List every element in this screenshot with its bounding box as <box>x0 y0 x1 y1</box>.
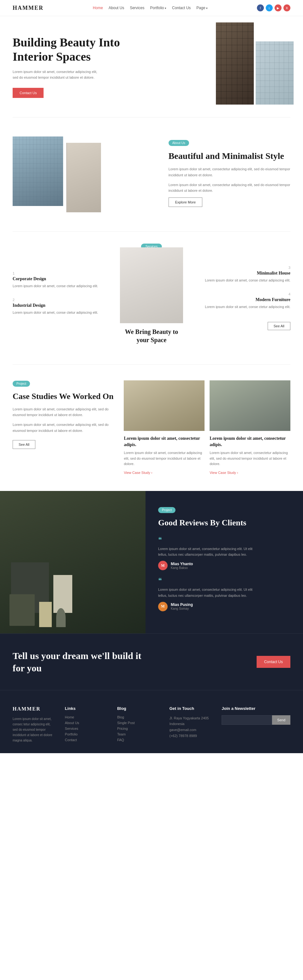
footer-links-heading: Links <box>65 706 108 711</box>
services-right-items: 3 Minimalist House Lorem ipsum dolor sit… <box>189 266 290 318</box>
view-case-study-2[interactable]: View Case Study <box>209 471 238 474</box>
review-item-2: ❝ Lorem ipsum dolor sit amet, consectetu… <box>158 577 290 611</box>
footer-link-portfolio[interactable]: Portfolio <box>65 732 108 736</box>
services-center: Services We Bring Beauty to your Space <box>120 247 183 348</box>
about-badge: About Us <box>168 140 189 146</box>
footer-blog-heading: Blog <box>117 706 160 711</box>
view-case-study-1[interactable]: View Case Study <box>124 471 152 474</box>
about-images <box>13 137 159 212</box>
building-dark-image <box>216 22 254 105</box>
project-card-2: Lorem ipsum dolor sit amet, consectetur … <box>209 380 290 475</box>
footer-col-newsletter: Join a Newsletter Send <box>222 706 290 744</box>
nav-portfolio[interactable]: Portfolio <box>150 6 167 10</box>
project-card-desc-1: Lorem ipsum dolor sit amet, consectetur … <box>124 450 205 467</box>
reviewer-role-2: Kang Somay <box>171 607 193 610</box>
about-text: About Us Beautiful and Minimalist Style … <box>168 137 290 207</box>
hero-title: Building Beauty Into Interior Spaces <box>13 35 120 64</box>
footer-link-blog[interactable]: Blog <box>117 715 160 719</box>
nav-page[interactable]: Page <box>196 6 208 10</box>
footer-link-pricing[interactable]: Pricing <box>117 727 160 730</box>
reviewer-avatar-1: M <box>158 561 168 570</box>
review-text-2: Lorem ipsum dolor sit amet, consectetur … <box>158 587 253 598</box>
hero-description: Lorem ipsum dolor sit amet, consectetur … <box>13 69 101 80</box>
footer-link-services[interactable]: Services <box>65 727 108 730</box>
project-card-1: Lorem ipsum dolor sit amet, consectetur … <box>124 380 205 475</box>
about-title: Beautiful and Minimalist Style <box>168 150 290 162</box>
social-youtube-icon[interactable]: ▶ <box>274 5 282 11</box>
projects-section: Project Case Studies We Worked On Lorem … <box>0 364 303 491</box>
about-section: About Us Beautiful and Minimalist Style … <box>0 118 303 231</box>
reviews-badge: Project <box>158 507 176 513</box>
nav-services[interactable]: Services <box>130 6 144 10</box>
reviewer-avatar-2: M <box>158 602 168 611</box>
cta-button[interactable]: Contact Us <box>257 656 290 668</box>
footer-col-contact: Get in Touch Jl. Raya Yogyakarta 2405 In… <box>170 706 213 744</box>
reviewer-role-1: Kang Bakso <box>171 566 193 570</box>
social-rss-icon[interactable]: R <box>284 5 290 11</box>
services-left: 1 Corporate Design Lorem ipsum dolor sit… <box>13 271 120 324</box>
see-all-button[interactable]: See All <box>268 322 290 330</box>
project-card-title-2: Lorem ipsum dolor sit amet, consectetur … <box>209 435 290 448</box>
footer-logo: HAMMER <box>13 706 56 712</box>
navbar-social: f t ▶ R <box>257 5 290 11</box>
footer-link-home[interactable]: Home <box>65 715 108 719</box>
footer-col-links: Links Home About Us Services Portfolio C… <box>65 706 108 744</box>
footer-link-team[interactable]: Team <box>117 732 160 736</box>
project-cards: Lorem ipsum dolor sit amet, consectetur … <box>124 380 290 475</box>
reviews-left-image <box>0 491 146 633</box>
footer-grid: HAMMER Lorem ipsum dolor sit amet, conse… <box>13 706 290 744</box>
building-light-image <box>255 41 293 105</box>
reviews-right: Project Good Reviews By Clients ❝ Lorem … <box>146 491 303 633</box>
projects-see-all-button[interactable]: See All <box>13 440 35 449</box>
reviewer-info-1: Mias Yhanto Kang Bakso <box>171 562 193 570</box>
service-num-4: 4 <box>205 292 290 296</box>
explore-more-button[interactable]: Explore More <box>168 197 202 207</box>
review-item-1: ❝ Lorem ipsum dolor sit amet, consectetu… <box>158 536 290 570</box>
review-quote-icon-1: ❝ <box>158 536 290 544</box>
reviewer-info-2: Mias Pusing Kang Somay <box>171 603 193 610</box>
social-facebook-icon[interactable]: f <box>257 5 264 11</box>
footer-link-about[interactable]: About Us <box>65 721 108 725</box>
service-num-2: 2 <box>13 298 114 302</box>
hero-image-dark <box>216 22 254 105</box>
service-item-furniture: 4 Modern Furniture Lorem ipsum dolor sit… <box>205 292 290 310</box>
projects-left: Project Case Studies We Worked On Lorem … <box>13 380 114 449</box>
hero-cta-button[interactable]: Contact Us <box>13 88 44 98</box>
newsletter-email-input[interactable] <box>222 715 272 725</box>
projects-right: Lorem ipsum dolor sit amet, consectetur … <box>124 380 290 475</box>
footer-link-single-post[interactable]: Single Post <box>117 721 160 725</box>
footer-link-contact[interactable]: Contact <box>65 738 108 742</box>
service-desc-corporate: Lorem ipsum dolor sit amet, conse ctetur… <box>13 283 114 289</box>
reviewer-2: M Mias Pusing Kang Somay <box>158 602 290 611</box>
projects-badge: Project <box>13 381 30 387</box>
navbar: HAMMER Home About Us Services Portfolio … <box>0 0 303 16</box>
navbar-links: Home About Us Services Portfolio Contact… <box>93 6 208 10</box>
service-item-corporate: 1 Corporate Design Lorem ipsum dolor sit… <box>13 271 114 289</box>
service-name-corporate: Corporate Design <box>13 277 114 282</box>
service-item-industrial: 2 Industrial Design Lorem ipsum dolor si… <box>13 298 114 316</box>
service-desc-industrial: Lorem ipsum dolor sit amet, conse ctetur… <box>13 310 114 316</box>
project-card-title-1: Lorem ipsum dolor sit amet, consectetur … <box>124 435 205 448</box>
social-twitter-icon[interactable]: t <box>266 5 273 11</box>
footer-col-blog: Blog Blog Single Post Pricing Team FAQ <box>117 706 160 744</box>
service-name-industrial: Industrial Design <box>13 303 114 308</box>
about-image-1 <box>13 137 63 206</box>
about-desc-2: Lorem ipsum dolor sit amet, consectetur … <box>168 182 290 194</box>
nav-home[interactable]: Home <box>93 6 103 10</box>
newsletter-send-button[interactable]: Send <box>272 715 290 725</box>
services-center-image <box>120 247 183 323</box>
reviewer-1: M Mias Yhanto Kang Bakso <box>158 561 290 570</box>
cta-title: Tell us your dream we'll build it for yo… <box>13 649 145 674</box>
see-all-container: See All <box>189 322 290 330</box>
nav-about[interactable]: About Us <box>109 6 124 10</box>
review-text-1: Lorem ipsum dolor sit amet, consectetur … <box>158 546 253 558</box>
services-section: 1 Corporate Design Lorem ipsum dolor sit… <box>0 232 303 364</box>
footer-newsletter-heading: Join a Newsletter <box>222 706 290 711</box>
reviews-title: Good Reviews By Clients <box>158 517 290 528</box>
nav-contact[interactable]: Contact Us <box>172 6 190 10</box>
service-item-minimalist: 3 Minimalist House Lorem ipsum dolor sit… <box>205 266 290 283</box>
footer-newsletter-form: Send <box>222 715 290 725</box>
service-name-furniture: Modern Furniture <box>205 297 290 302</box>
footer-link-faq[interactable]: FAQ <box>117 738 160 742</box>
about-desc-1: Lorem ipsum dolor sit amet, consectetur … <box>168 166 290 178</box>
